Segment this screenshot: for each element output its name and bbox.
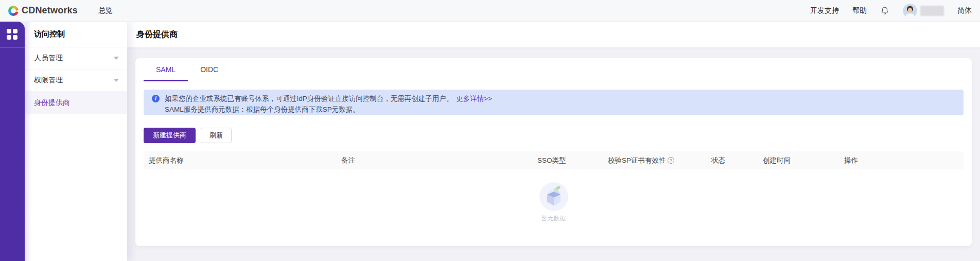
redacted-username bbox=[920, 6, 944, 16]
tab-bar: SAML OIDC bbox=[135, 58, 972, 81]
language-switcher[interactable]: 简体 bbox=[957, 6, 972, 15]
empty-box-illustration bbox=[539, 182, 568, 211]
apps-grid-icon[interactable] bbox=[7, 29, 18, 40]
bell-icon[interactable] bbox=[880, 6, 889, 16]
banner-line2: SAML服务提供商元数据：根据每个身份提供商下载SP元数据。 bbox=[165, 104, 492, 115]
avatar[interactable] bbox=[903, 4, 917, 18]
table-header-row: 提供商名称 备注 SSO类型 校验SP证书有效性 ? 状态 创建时间 操作 bbox=[144, 151, 964, 169]
sidebar-item-permissions[interactable]: 权限管理 bbox=[25, 69, 127, 92]
brand-name: CDNetworks bbox=[22, 5, 78, 16]
chevron-down-icon bbox=[114, 79, 119, 82]
user-account[interactable] bbox=[903, 4, 944, 18]
icon-rail bbox=[0, 22, 25, 261]
page-title: 身份提供商 bbox=[136, 29, 178, 40]
more-details-link[interactable]: 更多详情>> bbox=[456, 95, 492, 102]
empty-state: 暂无数据 bbox=[135, 169, 972, 236]
sidebar-item-label: 身份提供商 bbox=[34, 98, 70, 108]
cdnetworks-logo-icon bbox=[8, 6, 19, 16]
app-root: CDNetworks 总览 开发支持 帮助 bbox=[0, 0, 980, 261]
sidebar: 访问控制 人员管理 权限管理 身份提供商 bbox=[25, 22, 127, 261]
column-label: 校验SP证书有效性 bbox=[608, 156, 666, 165]
column-note: 备注 bbox=[336, 156, 532, 165]
card-footer bbox=[144, 236, 964, 246]
column-sso-type: SSO类型 bbox=[532, 156, 603, 165]
sidebar-item-label: 人员管理 bbox=[34, 54, 63, 63]
create-provider-button[interactable]: 新建提供商 bbox=[144, 128, 196, 143]
column-provider-name: 提供商名称 bbox=[144, 156, 336, 165]
help-link[interactable]: 帮助 bbox=[852, 6, 867, 15]
banner-line1-text: 如果您的企业或系统已有账号体系，可通过IdP身份验证直接访问控制台，无需再创建子… bbox=[165, 95, 453, 102]
info-icon: i bbox=[152, 95, 160, 102]
banner-line1: 如果您的企业或系统已有账号体系，可通过IdP身份验证直接访问控制台，无需再创建子… bbox=[165, 93, 492, 104]
brand[interactable]: CDNetworks bbox=[8, 5, 78, 16]
refresh-button[interactable]: 刷新 bbox=[201, 128, 232, 143]
dev-support-link[interactable]: 开发支持 bbox=[810, 6, 839, 15]
column-created-time: 创建时间 bbox=[758, 156, 839, 165]
column-verify-sp-cert: 校验SP证书有效性 ? bbox=[603, 156, 706, 165]
top-bar-right: 开发支持 帮助 bbox=[810, 4, 972, 18]
main-area: 身份提供商 SAML OIDC i 如果您的企业或系统已有账号体系，可通过IdP… bbox=[127, 22, 980, 261]
chevron-down-icon bbox=[114, 57, 119, 60]
top-bar: CDNetworks 总览 开发支持 帮助 bbox=[0, 0, 980, 22]
toolbar: 新建提供商 刷新 bbox=[144, 128, 964, 143]
content-card: SAML OIDC i 如果您的企业或系统已有账号体系，可通过IdP身份验证直接… bbox=[135, 58, 972, 246]
nav-overview[interactable]: 总览 bbox=[98, 6, 113, 15]
sidebar-title: 访问控制 bbox=[25, 22, 127, 47]
sidebar-item-label: 权限管理 bbox=[34, 76, 63, 85]
tab-saml[interactable]: SAML bbox=[144, 58, 188, 81]
tab-oidc[interactable]: OIDC bbox=[188, 58, 231, 81]
banner-text: 如果您的企业或系统已有账号体系，可通过IdP身份验证直接访问控制台，无需再创建子… bbox=[165, 93, 492, 115]
column-status: 状态 bbox=[706, 156, 758, 165]
info-banner: i 如果您的企业或系统已有账号体系，可通过IdP身份验证直接访问控制台，无需再创… bbox=[144, 90, 964, 115]
sidebar-item-identity-provider[interactable]: 身份提供商 bbox=[25, 92, 127, 114]
sidebar-item-personnel[interactable]: 人员管理 bbox=[25, 47, 127, 69]
rail-divider bbox=[0, 47, 25, 48]
column-actions: 操作 bbox=[839, 156, 964, 165]
page-header: 身份提供商 bbox=[127, 22, 980, 47]
empty-text: 暂无数据 bbox=[541, 214, 566, 223]
help-icon[interactable]: ? bbox=[668, 157, 674, 164]
